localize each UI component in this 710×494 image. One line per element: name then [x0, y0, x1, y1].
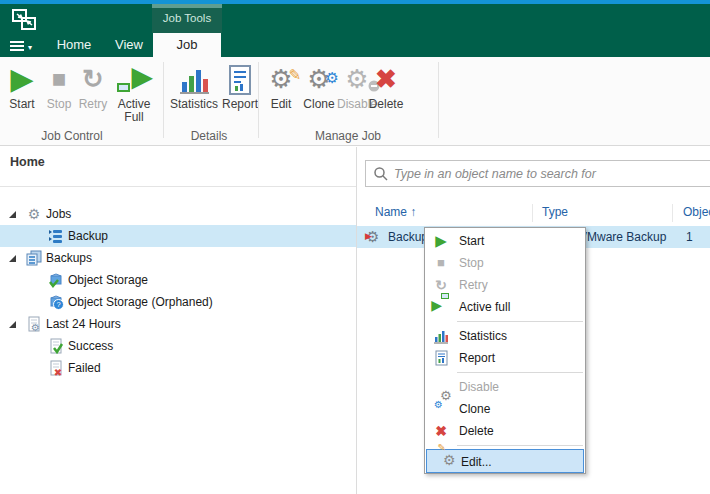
sidebar-item-success[interactable]: Success — [0, 335, 356, 357]
row-objects-cell: 1 — [686, 226, 693, 248]
stop-icon: ■ — [42, 60, 76, 98]
column-header-objects[interactable]: Objects — [683, 205, 710, 219]
retry-button[interactable]: ↻ Retry — [74, 60, 112, 128]
backups-icon — [26, 250, 42, 266]
sort-asc-icon: ↑ — [410, 205, 416, 219]
sidebar-header: Home — [10, 155, 45, 169]
clone-icon: ⚙ ⚙ — [302, 60, 336, 98]
column-separator[interactable] — [532, 204, 533, 222]
object-storage-icon — [48, 272, 64, 288]
menu-item-active-full[interactable]: ▶ Active full — [425, 296, 585, 318]
hamburger-icon — [10, 41, 24, 53]
search-icon — [373, 166, 389, 182]
ribbon-separator — [163, 62, 164, 138]
sidebar-item-last-24-hours[interactable]: ⚙ Last 24 Hours — [0, 313, 356, 335]
edit-button[interactable]: ⚙ ✎ Edit — [263, 60, 299, 128]
menu-item-retry[interactable]: ↻ Retry — [425, 274, 585, 296]
sidebar-item-object-storage[interactable]: Object Storage — [0, 269, 356, 291]
stop-button[interactable]: ■ Stop — [42, 60, 76, 128]
start-icon: ▶ — [4, 60, 40, 98]
expander-icon[interactable] — [8, 254, 17, 263]
menu-separator — [457, 445, 583, 446]
ribbon: ▶ Start ■ Stop ↻ Retry ▶ Active Full Job… — [0, 57, 710, 146]
jobs-icon: ⚙ — [26, 206, 42, 222]
ribbon-separator — [438, 62, 439, 138]
retry-icon: ↻ — [433, 277, 449, 293]
tab-job[interactable]: Job — [153, 33, 221, 57]
sidebar-item-failed[interactable]: ✖ Failed — [0, 357, 356, 379]
report-button[interactable]: Report — [220, 60, 260, 128]
last-24-hours-icon: ⚙ — [26, 316, 42, 332]
retry-icon: ↻ — [74, 60, 112, 98]
context-tab-group: Job Tools — [152, 4, 222, 33]
column-separator[interactable] — [672, 204, 673, 222]
report-icon — [220, 60, 260, 98]
delete-icon: ✖ — [366, 60, 406, 98]
vmware-backup-job-icon: ⚙▶ — [366, 229, 382, 245]
menu-item-edit[interactable]: ⚙✎ Edit... — [426, 449, 584, 473]
tab-view[interactable]: View — [106, 33, 152, 57]
menu-item-stop[interactable]: ■ Stop — [425, 252, 585, 274]
search-box — [365, 160, 710, 187]
menu-item-delete[interactable]: ✖ Delete — [425, 420, 585, 442]
backup-job-icon — [48, 228, 64, 244]
expander-icon[interactable] — [8, 320, 17, 329]
sidebar-item-jobs[interactable]: ⚙ Jobs — [0, 203, 356, 225]
pane-divider[interactable] — [356, 147, 357, 494]
sidebar-separator — [0, 186, 356, 187]
context-menu: ▶ Start ■ Stop ↻ Retry ▶ Active full — [424, 227, 586, 474]
search-input[interactable] — [394, 162, 704, 185]
group-label-manage-job: Manage Job — [298, 129, 398, 143]
expander-icon[interactable] — [8, 210, 17, 219]
menu-separator — [457, 372, 583, 373]
start-button[interactable]: ▶ Start — [4, 60, 40, 128]
statistics-button[interactable]: Statistics — [166, 60, 222, 128]
group-label-details: Details — [179, 129, 239, 143]
sidebar-item-object-storage-orphaned[interactable]: ? Object Storage (Orphaned) — [0, 291, 356, 313]
delete-icon: ✖ — [433, 423, 449, 439]
menu-item-report[interactable]: Report — [425, 347, 585, 369]
edit-icon: ⚙ ✎ — [263, 60, 299, 98]
group-label-job-control: Job Control — [22, 129, 122, 143]
sidebar-item-backups[interactable]: Backups — [0, 247, 356, 269]
object-storage-orphaned-icon: ? — [48, 294, 64, 310]
svg-text:⚙: ⚙ — [31, 322, 40, 332]
start-icon: ▶ — [433, 233, 449, 249]
statistics-icon — [166, 60, 222, 98]
context-tab-label: Job Tools — [152, 12, 222, 24]
failed-icon: ✖ — [48, 360, 64, 376]
edit-icon: ⚙✎ — [435, 454, 451, 470]
ribbon-separator — [258, 62, 259, 138]
statistics-icon — [433, 328, 449, 344]
report-icon — [433, 350, 449, 366]
menu-item-clone[interactable]: ⚙⚙ Clone — [425, 398, 585, 420]
tab-home[interactable]: Home — [50, 33, 98, 57]
menu-item-start[interactable]: ▶ Start — [425, 230, 585, 252]
titlebar: Job Tools ▾ Home View Job — [0, 4, 710, 57]
menu-item-statistics[interactable]: Statistics — [425, 325, 585, 347]
chevron-down-icon: ▾ — [28, 43, 32, 52]
active-full-button[interactable]: ▶ Active Full — [110, 60, 158, 128]
stop-icon: ■ — [433, 255, 449, 271]
success-icon — [48, 338, 64, 354]
active-full-icon: ▶ — [110, 60, 158, 98]
delete-button[interactable]: ✖ Delete — [366, 60, 406, 128]
column-header-name[interactable]: Name ↑ — [375, 205, 416, 219]
sidebar-item-backup[interactable]: Backup — [0, 225, 356, 247]
svg-text:✖: ✖ — [54, 367, 62, 377]
active-full-icon: ▶ — [433, 299, 449, 315]
context-tab-glow — [152, 4, 222, 8]
svg-text:?: ? — [56, 300, 60, 309]
main-menu-button[interactable]: ▾ — [8, 38, 38, 57]
clone-button[interactable]: ⚙ ⚙ Clone — [302, 60, 336, 128]
veeam-console-window: Job Tools ▾ Home View Job ▶ Start ■ Stop… — [0, 0, 710, 494]
clone-icon: ⚙⚙ — [433, 401, 449, 417]
column-header-type[interactable]: Type — [542, 205, 568, 219]
menu-separator — [457, 321, 583, 322]
row-type-cell: VMware Backup — [579, 226, 666, 248]
app-logo-icon — [12, 9, 38, 32]
